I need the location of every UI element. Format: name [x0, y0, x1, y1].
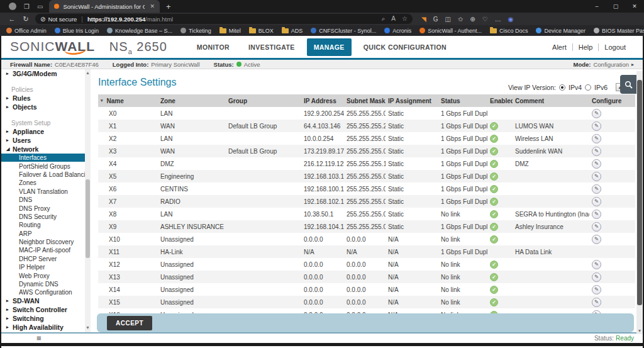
table-row[interactable]: X6 CENTINS 192.168.100.1 255.255.255.0 S…: [98, 182, 635, 195]
configure-pencil-icon[interactable]: [592, 298, 601, 307]
workspaces-icon[interactable]: ❒: [24, 3, 30, 10]
table-row[interactable]: X8 LAN 10.38.50.1 255.255.255.0 Static N…: [98, 208, 635, 220]
table-row[interactable]: X12 Unassigned 0.0.0.0 0.0.0.0 N/A No li…: [98, 258, 635, 271]
copilot-icon[interactable]: ◉: [508, 16, 514, 23]
sidebar-item[interactable]: AWS Configuration: [1, 288, 85, 296]
configure-pencil-icon[interactable]: [592, 121, 601, 131]
sidebar-item[interactable]: Dynamic DNS: [1, 280, 85, 288]
configure-pencil-icon[interactable]: [592, 222, 601, 232]
table-row[interactable]: X1 WAN Default LB Group 64.4.103.146 255…: [98, 120, 635, 132]
col-comment-header[interactable]: Comment: [513, 98, 589, 104]
sidebar-item[interactable]: ▸ Appliance: [1, 126, 85, 136]
sidebar-item[interactable]: ▸ Users: [1, 135, 85, 145]
main-scroll-thumb[interactable]: [637, 80, 642, 305]
table-row[interactable]: X0 LAN 192.9.200.254 255.255.255.0 Stati…: [98, 107, 635, 120]
bookmark-item[interactable]: Office Admin: [6, 28, 47, 34]
sidebar-item[interactable]: Neighbor Discovery: [1, 238, 85, 246]
maximize-button[interactable]: ▢: [606, 3, 625, 9]
nav-tab[interactable]: QUICK CONFIGURATION: [357, 38, 453, 56]
accept-button[interactable]: ACCEPT: [107, 316, 152, 330]
close-button[interactable]: ✕: [625, 3, 644, 9]
configure-pencil-icon[interactable]: [592, 172, 601, 181]
col-ip-header[interactable]: IP Address: [301, 98, 344, 104]
sidebar-item[interactable]: IP Helper: [1, 263, 85, 271]
bookmark-item[interactable]: SonicWall - Authent...: [419, 28, 482, 34]
configure-pencil-icon[interactable]: [592, 197, 601, 206]
sidebar-item[interactable]: Routing: [1, 221, 85, 229]
sidebar-item[interactable]: DHCP Server: [1, 255, 85, 263]
sidebar-item[interactable]: ▸ High Availability: [1, 323, 85, 332]
sidebar-item[interactable]: ▸ 3G/4G/Modem: [1, 69, 85, 78]
sidebar-item[interactable]: ▸ Rules: [1, 93, 85, 103]
table-row[interactable]: X11 HA-Link N/A N/A N/A 1 Gbps Full Dupl…: [98, 245, 635, 258]
sidebar-item[interactable]: ▸ Switch Controller: [1, 305, 85, 315]
configure-pencil-icon[interactable]: [592, 260, 601, 269]
table-row[interactable]: X9 ASHLEY INSURANCE 192.168.104.1 255.25…: [98, 220, 635, 233]
logout-link[interactable]: Logout: [599, 43, 631, 51]
col-group-header[interactable]: Group: [226, 98, 301, 104]
configure-pencil-icon[interactable]: [592, 134, 601, 143]
table-row[interactable]: X14 Unassigned 0.0.0.0 0.0.0.0 N/A No li…: [98, 283, 635, 296]
bookmark-item[interactable]: Ticketing: [180, 28, 211, 34]
refresh-icon[interactable]: ↻: [19, 15, 33, 23]
favorites-icon[interactable]: ✩: [458, 16, 463, 23]
hamburger-menu-icon[interactable]: ≡: [36, 334, 42, 343]
configure-pencil-icon[interactable]: [592, 184, 601, 194]
bookmark-item[interactable]: BIOS Master Passwo...: [594, 28, 644, 34]
col-status-header[interactable]: Status: [438, 98, 487, 104]
bookmark-item[interactable]: ADS: [282, 28, 303, 34]
favorite-star-icon[interactable]: ☆: [402, 15, 408, 23]
sidebar-scroll-thumb[interactable]: [86, 179, 90, 258]
read-aloud-icon[interactable]: A: [391, 15, 396, 23]
configure-pencil-icon[interactable]: [592, 109, 601, 118]
collections-icon[interactable]: ⊕: [470, 16, 475, 23]
sidebar-item[interactable]: PortShield Groups: [1, 162, 85, 170]
bookmark-item[interactable]: Cisco Docs: [490, 28, 528, 34]
bookmark-item[interactable]: Acronis: [384, 28, 411, 34]
sidebar-item[interactable]: DNS Security: [1, 213, 85, 221]
sidebar-item[interactable]: ARP: [1, 230, 85, 238]
table-row[interactable]: X10 Unassigned 0.0.0.0 0.0.0.0 N/A No li…: [98, 233, 635, 245]
table-row[interactable]: X15 Unassigned 0.0.0.0 0.0.0.0 N/A No li…: [98, 296, 635, 308]
configure-pencil-icon[interactable]: [592, 210, 601, 219]
sidebar-item[interactable]: Failover & Load Balancing: [1, 171, 85, 179]
sidebar-item[interactable]: VLAN Translation: [1, 188, 85, 196]
configure-pencil-icon[interactable]: [592, 285, 601, 295]
main-scroll-down-icon[interactable]: ▼: [636, 328, 643, 333]
sidebar-item[interactable]: ▸ SD-WAN: [1, 296, 85, 306]
bookmark-item[interactable]: Device Manager: [536, 28, 586, 34]
sidebar-item[interactable]: Interfaces: [1, 154, 85, 162]
ipv6-radio[interactable]: [585, 84, 591, 91]
new-tab-button[interactable]: +: [166, 2, 171, 11]
scroll-up-icon[interactable]: ▲: [85, 70, 91, 75]
split-screen-icon[interactable]: ◫: [445, 16, 450, 23]
nav-tab[interactable]: MONITOR: [190, 38, 236, 56]
search-flyout-button[interactable]: [620, 75, 636, 94]
bookmark-item[interactable]: BLOX: [249, 28, 274, 34]
sidebar-item[interactable]: Zones: [1, 179, 85, 187]
configure-pencil-icon[interactable]: [592, 235, 601, 244]
nav-tab[interactable]: MANAGE: [307, 38, 352, 56]
extension-orange-icon[interactable]: ◥: [421, 16, 426, 23]
alert-link[interactable]: Alert: [547, 43, 573, 51]
ipv4-radio[interactable]: [559, 84, 565, 91]
mode-selector[interactable]: Mode: Configuration ▸: [574, 61, 635, 68]
table-row[interactable]: X13 Unassigned 0.0.0.0 0.0.0.0 N/A No li…: [98, 271, 635, 283]
sidebar-item[interactable]: ◢ Network: [1, 144, 85, 154]
zoom-icon[interactable]: ⌕: [382, 15, 386, 23]
bookmark-item[interactable]: Knowledge Base – S...: [107, 28, 172, 34]
table-row[interactable]: X4 DMZ 216.12.119.129 255.255.255.128 St…: [98, 157, 635, 170]
extension-g-icon[interactable]: G: [433, 16, 438, 23]
table-row[interactable]: X5 Engineering 192.168.103.1 255.255.255…: [98, 170, 635, 182]
main-scrollbar[interactable]: ▼: [636, 71, 643, 334]
table-row[interactable]: X2 LAN 10.0.0.254 255.255.255.0 Static 1…: [98, 132, 635, 145]
profile-avatar[interactable]: [9, 3, 16, 10]
sidebar-item[interactable]: ▸ Objects: [1, 102, 85, 111]
sidebar-item[interactable]: DNS: [1, 196, 85, 204]
address-bar[interactable]: ⊘ Not secure | https://192.9.200.254 /ma…: [35, 14, 413, 24]
table-row[interactable]: X7 RADIO 192.168.102.1 255.255.255.0 Sta…: [98, 195, 635, 208]
minimize-button[interactable]: –: [587, 3, 606, 9]
configure-pencil-icon[interactable]: [592, 272, 601, 282]
col-enabled-header[interactable]: Enabled: [487, 98, 513, 104]
help-link[interactable]: Help: [573, 43, 599, 51]
